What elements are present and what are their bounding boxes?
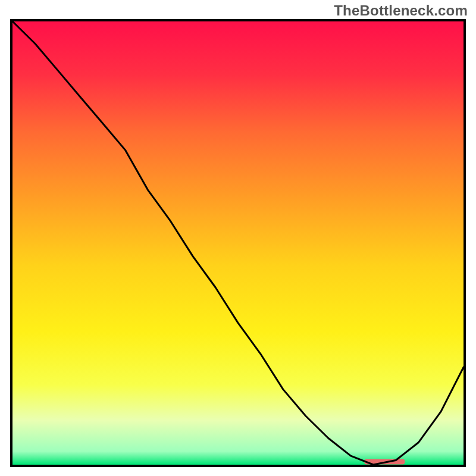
curve-layer: [12, 21, 464, 465]
bottleneck-curve: [12, 21, 464, 465]
watermark-text: TheBottleneck.com: [334, 2, 468, 19]
plot-area: [12, 21, 464, 465]
plot-border: [10, 19, 466, 467]
chart-stage: TheBottleneck.com: [0, 0, 476, 476]
